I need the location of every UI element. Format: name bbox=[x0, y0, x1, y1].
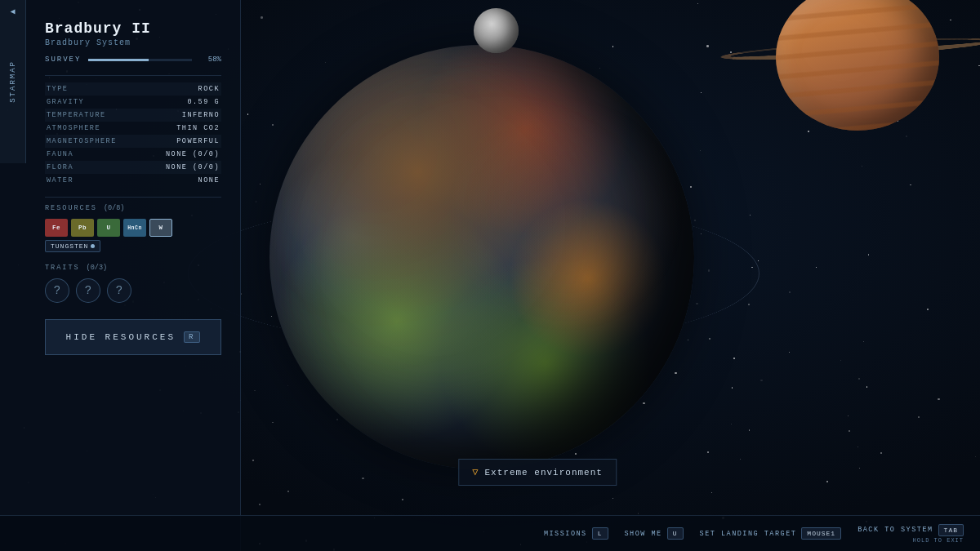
show-me-action[interactable]: SHOW ME U bbox=[625, 527, 684, 540]
star bbox=[748, 304, 750, 305]
star bbox=[287, 385, 288, 386]
star bbox=[750, 215, 751, 216]
panel-content: Bradbury II Bradbury System SURVEY 58% T… bbox=[38, 12, 228, 363]
star bbox=[859, 468, 860, 469]
star bbox=[789, 291, 791, 293]
star bbox=[840, 360, 841, 361]
star bbox=[906, 136, 907, 137]
environment-label: Extreme environment bbox=[485, 468, 603, 478]
star bbox=[760, 380, 762, 381]
stat-label: GRAVITY bbox=[45, 96, 142, 109]
stat-row: TEMPERATUREINFERNO bbox=[45, 109, 221, 122]
stat-label: TYPE bbox=[45, 82, 142, 96]
trait-circle[interactable]: ? bbox=[76, 278, 100, 303]
star bbox=[254, 390, 255, 391]
star bbox=[740, 459, 741, 460]
star bbox=[325, 62, 326, 63]
stat-label: TEMPERATURE bbox=[45, 109, 142, 122]
starmap-tab-label: STARMAP bbox=[9, 60, 17, 103]
star bbox=[402, 499, 403, 500]
star bbox=[858, 447, 858, 447]
set-landing-label: SET LANDING TARGET bbox=[700, 530, 797, 538]
star bbox=[272, 422, 274, 424]
stat-label: WATER bbox=[45, 174, 142, 187]
stats-table: TYPEROCKGRAVITY0.59 GTEMPERATUREINFERNOA… bbox=[45, 82, 221, 187]
resource-chip[interactable]: Fe bbox=[45, 219, 68, 237]
star bbox=[260, 184, 261, 184]
hide-resources-key: R bbox=[184, 331, 200, 343]
star bbox=[362, 478, 363, 479]
stat-value: NONE (0/0) bbox=[142, 148, 221, 161]
stat-label: FAUNA bbox=[45, 148, 142, 161]
star bbox=[612, 498, 613, 499]
resource-chip[interactable]: Pb bbox=[71, 219, 94, 237]
star bbox=[638, 513, 639, 514]
starmap-arrow-icon: ◀ bbox=[10, 7, 15, 16]
star bbox=[789, 352, 790, 353]
survey-bar bbox=[88, 59, 192, 61]
missions-key: L bbox=[592, 527, 608, 540]
stat-label: FLORA bbox=[45, 161, 142, 174]
star bbox=[910, 184, 911, 186]
tungsten-label: TUNGSTEN bbox=[45, 240, 100, 252]
environment-icon: ▽ bbox=[472, 466, 478, 478]
star bbox=[826, 481, 828, 482]
trait-circle[interactable]: ? bbox=[107, 278, 131, 303]
traits-row: ??? bbox=[45, 278, 221, 303]
star bbox=[731, 424, 732, 424]
environment-tooltip: ▽ Extreme environment bbox=[458, 459, 617, 486]
star bbox=[272, 124, 274, 126]
star bbox=[950, 20, 951, 20]
moon bbox=[474, 8, 519, 53]
missions-action[interactable]: MISSIONS L bbox=[544, 527, 608, 540]
star bbox=[599, 68, 600, 69]
survey-row: SURVEY 58% bbox=[45, 56, 221, 64]
system-name: Bradbury System bbox=[45, 38, 221, 47]
star bbox=[863, 341, 864, 342]
stat-row: WATERNONE bbox=[45, 174, 221, 187]
divider-1 bbox=[45, 75, 221, 76]
sidebar-panel: ◀ STARMAP Bradbury II Bradbury System SU… bbox=[0, 0, 241, 551]
star bbox=[706, 45, 708, 47]
gas-giant bbox=[776, 0, 939, 131]
star bbox=[849, 430, 850, 432]
star bbox=[707, 451, 709, 453]
survey-percent: 58% bbox=[198, 56, 221, 64]
stat-value: 0.59 G bbox=[142, 96, 221, 109]
back-key: TAB bbox=[938, 524, 964, 536]
star bbox=[690, 186, 692, 188]
star bbox=[978, 65, 980, 67]
stat-row: GRAVITY0.59 G bbox=[45, 96, 221, 109]
back-to-system-action[interactable]: BACK TO SYSTEM TAB HOLD TO EXIT bbox=[858, 524, 964, 544]
main-planet bbox=[270, 45, 694, 469]
star bbox=[261, 16, 262, 18]
stat-value: POWERFUL bbox=[142, 135, 221, 148]
show-me-key: U bbox=[667, 527, 684, 540]
star bbox=[816, 267, 817, 268]
tungsten-text: TUNGSTEN bbox=[51, 242, 88, 250]
tungsten-dot bbox=[91, 244, 95, 248]
stat-value: NONE bbox=[142, 174, 221, 187]
set-landing-action[interactable]: SET LANDING TARGET MOUSE1 bbox=[700, 527, 842, 540]
stat-label: ATMOSPHERE bbox=[45, 122, 142, 135]
starmap-tab[interactable]: ◀ STARMAP bbox=[0, 0, 26, 163]
resource-chip[interactable]: HnCn bbox=[123, 219, 146, 237]
star bbox=[868, 254, 870, 256]
resources-header: RESOURCES (0/8) bbox=[45, 204, 221, 212]
star bbox=[866, 386, 867, 387]
star bbox=[697, 3, 698, 4]
hide-resources-button[interactable]: HIDE RESOURCES R bbox=[45, 319, 221, 355]
resource-chip[interactable]: U bbox=[97, 219, 120, 237]
traits-title: TRAITS bbox=[45, 264, 80, 272]
resource-chip[interactable]: W bbox=[149, 219, 172, 237]
star bbox=[758, 260, 759, 261]
hide-resources-label: HIDE RESOURCES bbox=[66, 332, 176, 342]
trait-circle[interactable]: ? bbox=[45, 278, 69, 303]
star bbox=[975, 456, 976, 457]
star bbox=[575, 453, 577, 455]
star bbox=[259, 504, 261, 505]
star bbox=[694, 220, 696, 221]
star bbox=[711, 492, 712, 493]
star bbox=[336, 419, 338, 420]
show-me-label: SHOW ME bbox=[625, 530, 662, 538]
